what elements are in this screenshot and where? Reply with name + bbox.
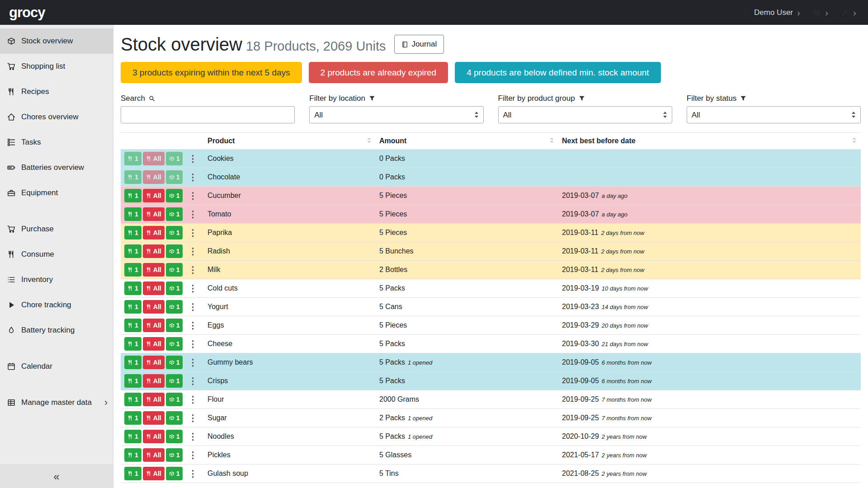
sidebar-item-manage-master-data[interactable]: Manage master data› bbox=[0, 390, 113, 415]
consume-one-button[interactable]: 1 bbox=[124, 393, 142, 406]
consume-one-button[interactable]: 1 bbox=[124, 170, 142, 184]
row-menu-button[interactable]: ⋮ bbox=[188, 228, 197, 237]
open-one-button[interactable]: 1 bbox=[166, 467, 183, 480]
consume-all-button[interactable]: All bbox=[143, 356, 165, 369]
open-one-button[interactable]: 1 bbox=[166, 448, 183, 462]
open-one-button[interactable]: 1 bbox=[166, 356, 183, 369]
sidebar-item-tasks[interactable]: Tasks bbox=[0, 130, 113, 155]
consume-one-button[interactable]: 1 bbox=[124, 263, 142, 277]
open-one-button[interactable]: 1 bbox=[166, 300, 183, 314]
row-menu-button[interactable]: ⋮ bbox=[188, 395, 197, 404]
sidebar-item-calendar[interactable]: Calendar bbox=[0, 354, 113, 379]
consume-one-button[interactable]: 1 bbox=[124, 356, 142, 369]
col-date[interactable]: Next best before date bbox=[558, 133, 861, 150]
consume-all-button[interactable]: All bbox=[143, 467, 165, 480]
consume-one-button[interactable]: 1 bbox=[124, 411, 142, 425]
consume-one-button[interactable]: 1 bbox=[124, 207, 142, 221]
consume-all-button[interactable]: All bbox=[143, 282, 165, 295]
sidebar-item-chore-tracking[interactable]: Chore tracking bbox=[0, 292, 113, 318]
sidebar-item-stock-overview[interactable]: Stock overview bbox=[0, 28, 113, 54]
sidebar-item-chores-overview[interactable]: Chores overview bbox=[0, 104, 113, 130]
consume-one-button[interactable]: 1 bbox=[124, 300, 142, 314]
row-menu-button[interactable]: ⋮ bbox=[188, 265, 197, 274]
open-one-button[interactable]: 1 bbox=[166, 411, 183, 425]
open-one-button[interactable]: 1 bbox=[166, 282, 183, 295]
row-menu-button[interactable]: ⋮ bbox=[188, 450, 197, 460]
consume-all-button[interactable]: All bbox=[143, 374, 165, 388]
row-menu-button[interactable]: ⋮ bbox=[188, 284, 197, 293]
consume-all-button[interactable]: All bbox=[143, 170, 165, 184]
consume-one-button[interactable]: 1 bbox=[124, 448, 142, 462]
consume-all-button[interactable]: All bbox=[143, 337, 165, 351]
sidebar-item-purchase[interactable]: Purchase bbox=[0, 216, 113, 242]
consume-all-button[interactable]: All bbox=[143, 189, 165, 202]
product-group-select[interactable]: All bbox=[498, 106, 672, 123]
consume-all-button[interactable]: All bbox=[143, 319, 165, 332]
row-menu-button[interactable]: ⋮ bbox=[188, 302, 197, 311]
sidebar-item-recipes[interactable]: Recipes bbox=[0, 79, 113, 104]
consume-one-button[interactable]: 1 bbox=[124, 430, 142, 443]
row-menu-button[interactable]: ⋮ bbox=[188, 173, 197, 182]
app-logo[interactable]: grocy bbox=[9, 5, 45, 21]
sidebar-item-inventory[interactable]: Inventory bbox=[0, 267, 113, 292]
consume-all-button[interactable]: All bbox=[143, 244, 165, 258]
location-select[interactable]: All bbox=[309, 106, 483, 123]
consume-one-button[interactable]: 1 bbox=[124, 226, 142, 239]
consume-all-button[interactable]: All bbox=[143, 300, 165, 314]
consume-all-button[interactable]: All bbox=[143, 207, 165, 221]
row-menu-button[interactable]: ⋮ bbox=[188, 154, 197, 163]
row-menu-button[interactable]: ⋮ bbox=[188, 321, 197, 330]
consume-one-button[interactable]: 1 bbox=[124, 152, 142, 165]
col-amount[interactable]: Amount bbox=[376, 133, 558, 150]
consume-one-button[interactable]: 1 bbox=[124, 337, 142, 351]
consume-one-button[interactable]: 1 bbox=[124, 374, 142, 388]
sidebar-item-battery-tracking[interactable]: Battery tracking bbox=[0, 318, 113, 343]
sort-icon[interactable] bbox=[549, 137, 555, 145]
open-one-button[interactable]: 1 bbox=[166, 337, 183, 351]
consume-one-button[interactable]: 1 bbox=[124, 244, 142, 258]
consume-one-button[interactable]: 1 bbox=[124, 467, 142, 480]
open-one-button[interactable]: 1 bbox=[166, 263, 183, 277]
consume-all-button[interactable]: All bbox=[143, 226, 165, 239]
sort-icon[interactable] bbox=[366, 137, 372, 145]
status-select[interactable]: All bbox=[687, 106, 861, 123]
user-menu[interactable]: Demo User › bbox=[742, 8, 800, 17]
row-menu-button[interactable]: ⋮ bbox=[188, 432, 197, 441]
open-one-button[interactable]: 1 bbox=[166, 393, 183, 406]
row-menu-button[interactable]: ⋮ bbox=[188, 247, 197, 256]
sidebar-item-batteries-overview[interactable]: Batteries overview bbox=[0, 155, 113, 180]
open-one-button[interactable]: 1 bbox=[166, 374, 183, 388]
expired-alert[interactable]: 2 products are already expired bbox=[309, 62, 448, 83]
sidebar-item-shopping-list[interactable]: Shopping list bbox=[0, 54, 113, 79]
consume-one-button[interactable]: 1 bbox=[124, 189, 142, 202]
open-one-button[interactable]: 1 bbox=[166, 430, 183, 443]
journal-button[interactable]: Journal bbox=[394, 35, 444, 54]
open-one-button[interactable]: 1 bbox=[166, 207, 183, 221]
open-one-button[interactable]: 1 bbox=[166, 152, 183, 165]
row-menu-button[interactable]: ⋮ bbox=[188, 210, 197, 219]
open-one-button[interactable]: 1 bbox=[166, 170, 183, 184]
row-menu-button[interactable]: ⋮ bbox=[188, 191, 197, 200]
open-one-button[interactable]: 1 bbox=[166, 189, 183, 202]
consume-all-button[interactable]: All bbox=[143, 152, 165, 165]
row-menu-button[interactable]: ⋮ bbox=[188, 413, 197, 422]
consume-all-button[interactable]: All bbox=[143, 411, 165, 425]
below-min-stock-alert[interactable]: 4 products are below defined min. stock … bbox=[455, 62, 660, 83]
open-one-button[interactable]: 1 bbox=[166, 226, 183, 239]
row-menu-button[interactable]: ⋮ bbox=[188, 358, 197, 367]
col-product[interactable]: Product bbox=[204, 133, 376, 150]
open-one-button[interactable]: 1 bbox=[166, 244, 183, 258]
row-menu-button[interactable]: ⋮ bbox=[188, 376, 197, 385]
consume-all-button[interactable]: All bbox=[143, 393, 165, 406]
open-one-button[interactable]: 1 bbox=[166, 319, 183, 332]
settings-menu[interactable]: › bbox=[813, 8, 828, 17]
sidebar-collapse-button[interactable]: « bbox=[0, 465, 113, 488]
sidebar-item-equipment[interactable]: Equipment bbox=[0, 180, 113, 206]
row-menu-button[interactable]: ⋮ bbox=[188, 469, 197, 478]
sort-icon[interactable] bbox=[851, 137, 857, 145]
consume-one-button[interactable]: 1 bbox=[124, 319, 142, 332]
expiring-alert[interactable]: 3 products expiring within the next 5 da… bbox=[121, 62, 302, 83]
search-input[interactable] bbox=[121, 106, 295, 123]
consume-all-button[interactable]: All bbox=[143, 448, 165, 462]
row-menu-button[interactable]: ⋮ bbox=[188, 339, 197, 348]
